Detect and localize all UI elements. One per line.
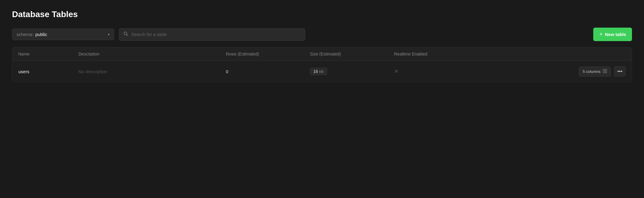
header-rows: Rows (Estimated)	[226, 52, 310, 56]
more-options-button[interactable]: •••	[614, 66, 626, 76]
page-container: Database Tables schema: public ▾ + New t…	[0, 0, 644, 92]
size-unit: kB	[319, 69, 324, 74]
search-container	[119, 28, 305, 41]
svg-rect-3	[605, 69, 607, 73]
columns-button[interactable]: 5 columns	[579, 67, 611, 76]
new-table-label: New table	[605, 32, 626, 37]
schema-selector[interactable]: schema: public ▾	[12, 28, 114, 40]
plus-icon: +	[599, 31, 603, 38]
size-badge: 16 kB	[310, 68, 327, 75]
schema-label: schema:	[17, 32, 34, 37]
header-description: Description	[78, 52, 226, 56]
cell-rows: 0	[226, 69, 310, 74]
chevron-down-icon: ▾	[108, 32, 110, 37]
cell-description: No description	[78, 69, 226, 74]
toolbar: schema: public ▾ + New table	[12, 28, 632, 41]
schema-select-left: schema: public	[17, 32, 47, 37]
schema-value: public	[35, 32, 47, 37]
database-tables-container: Name Description Rows (Estimated) Size (…	[12, 47, 632, 82]
svg-rect-2	[603, 69, 605, 73]
columns-count: 5 columns	[583, 69, 600, 74]
table-row: users No description 0 16 kB ✕ 5 columns	[12, 61, 632, 82]
svg-line-1	[127, 34, 128, 36]
header-realtime: Realtime Enabled	[394, 52, 478, 56]
more-icon: •••	[617, 69, 622, 74]
cell-size: 16 kB	[310, 68, 394, 75]
search-icon	[123, 32, 128, 38]
header-actions	[478, 52, 626, 56]
cell-name: users	[18, 69, 78, 74]
page-title: Database Tables	[12, 10, 632, 19]
header-size: Size (Estimated)	[310, 52, 394, 56]
search-input[interactable]	[131, 32, 301, 37]
columns-icon	[603, 69, 607, 74]
cell-actions: 5 columns •••	[478, 66, 626, 76]
new-table-button[interactable]: + New table	[593, 28, 632, 41]
x-icon: ✕	[394, 68, 399, 74]
table-header: Name Description Rows (Estimated) Size (…	[12, 47, 632, 61]
header-name: Name	[18, 52, 78, 56]
size-number: 16	[313, 69, 318, 74]
cell-realtime: ✕	[394, 68, 478, 75]
